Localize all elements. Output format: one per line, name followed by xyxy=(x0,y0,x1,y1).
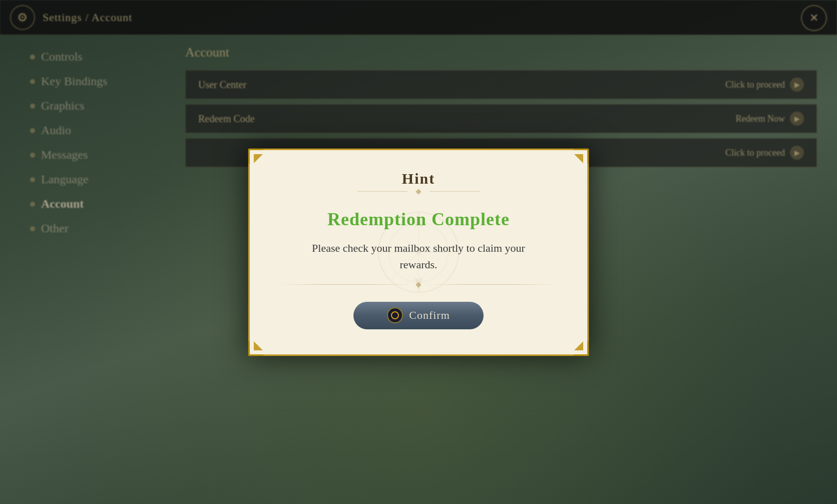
deco-right xyxy=(430,191,480,192)
confirm-button[interactable]: Confirm xyxy=(353,302,484,329)
ornament-br xyxy=(574,341,583,350)
ornament-tl xyxy=(254,154,263,163)
top-deco-line xyxy=(280,190,557,194)
ornament-bl xyxy=(254,341,263,350)
ornament-tr xyxy=(574,154,583,163)
confirm-button-icon xyxy=(387,307,403,323)
modal-overlay: Hint Redemption Complete Please check yo… xyxy=(0,0,837,504)
bottom-deco-line xyxy=(280,283,557,287)
deco-left xyxy=(357,191,407,192)
hint-modal: Hint Redemption Complete Please check yo… xyxy=(248,149,589,356)
deco-diamond-1 xyxy=(415,189,421,194)
confirm-button-icon-inner xyxy=(391,311,399,319)
modal-title: Hint xyxy=(280,170,557,187)
confirm-button-label: Confirm xyxy=(409,309,450,322)
